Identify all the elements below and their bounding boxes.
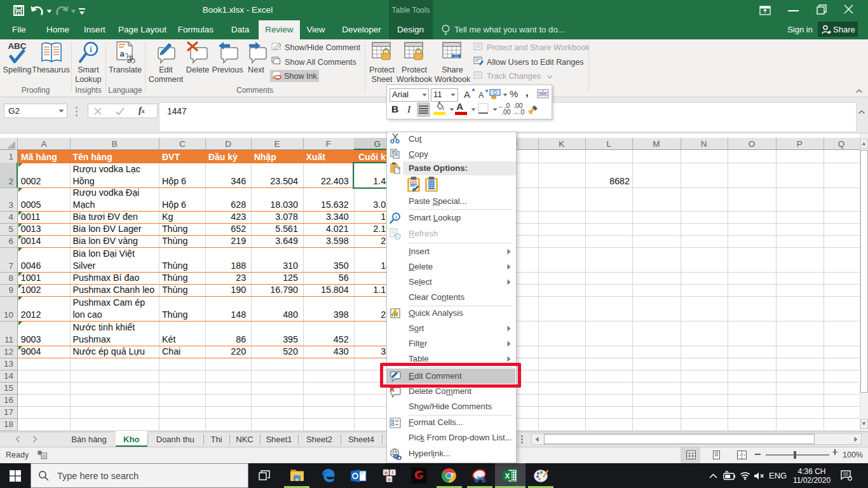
svg-text:i: i [90, 44, 92, 54]
svg-text:i: i [392, 470, 393, 475]
svg-text:あ: あ [127, 53, 136, 64]
svg-text:X: X [505, 472, 510, 480]
svg-text:n: n [388, 477, 391, 482]
svg-text:u: u [384, 470, 388, 475]
svg-text:a: a [119, 49, 125, 58]
